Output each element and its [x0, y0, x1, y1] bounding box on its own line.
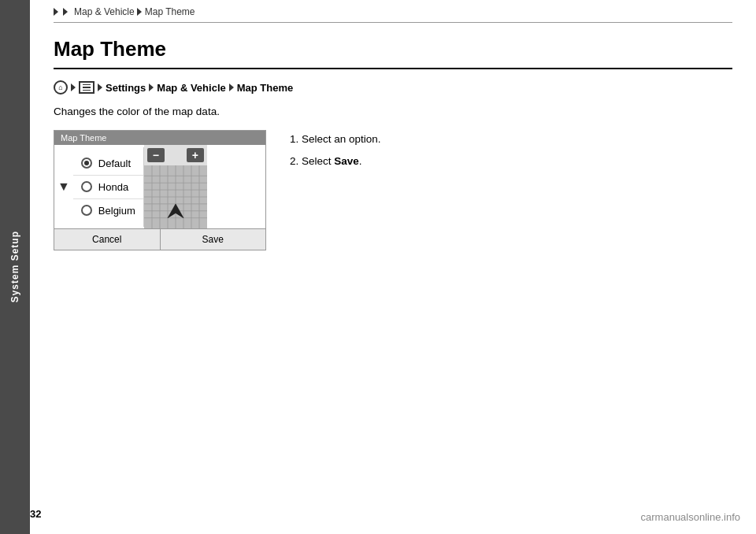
- nav-settings: Settings: [106, 82, 146, 94]
- description: Changes the color of the map data.: [54, 106, 732, 117]
- map-theme-titlebar: Map Theme: [54, 131, 265, 145]
- menu-line-2: [83, 87, 91, 88]
- scroll-down-icon: ▼: [57, 180, 70, 193]
- option-default-label: Default: [98, 158, 131, 169]
- content-layout: Map Theme ▼ Default: [54, 130, 732, 250]
- nav-line: ⌂ Settings Map & Vehicle Map Theme: [54, 80, 732, 95]
- instructions: 1. Select an option. 2. Select Save.: [290, 130, 381, 175]
- map-controls: − +: [144, 145, 207, 165]
- map-theme-buttons: Cancel Save: [54, 228, 265, 250]
- breadcrumb-map-vehicle: Map & Vehicle: [74, 6, 135, 17]
- radio-default: [81, 158, 92, 169]
- cancel-button[interactable]: Cancel: [54, 229, 161, 250]
- breadcrumb-arrow-1: [54, 8, 58, 16]
- breadcrumb-double-arrows: [54, 8, 71, 16]
- radio-belgium: [81, 205, 92, 216]
- map-theme-box: Map Theme ▼ Default: [54, 130, 266, 250]
- menu-line-1: [83, 84, 91, 86]
- menu-lines: [83, 84, 91, 91]
- radio-honda: [81, 181, 92, 192]
- breadcrumb: Map & Vehicle Map Theme: [54, 0, 732, 23]
- map-options-panel: Default Honda Belgium: [73, 147, 144, 227]
- menu-icon: [79, 81, 94, 94]
- nav-arrow-4: [229, 83, 234, 91]
- zoom-plus-button[interactable]: +: [187, 148, 204, 162]
- option-honda[interactable]: Honda: [73, 176, 143, 199]
- nav-arrow-3: [149, 83, 154, 91]
- step-2: 2. Select Save.: [290, 152, 381, 171]
- breadcrumb-map-theme: Map Theme: [145, 6, 195, 17]
- down-arrow-container: ▼: [54, 180, 73, 194]
- watermark: carmanualsonline.info: [641, 511, 740, 523]
- map-theme-body: ▼ Default Honda: [54, 145, 265, 228]
- main-content: Map & Vehicle Map Theme Map Theme ⌂ Sett…: [30, 0, 756, 534]
- map-preview-image: [144, 165, 207, 228]
- save-button[interactable]: Save: [161, 229, 266, 250]
- option-belgium-label: Belgium: [98, 205, 135, 217]
- nav-arrow-1: [71, 83, 76, 91]
- breadcrumb-separator: [137, 8, 142, 16]
- map-grid-svg: [144, 165, 207, 228]
- page-title: Map Theme: [54, 37, 732, 69]
- sidebar-label: System Setup: [9, 231, 20, 302]
- breadcrumb-arrow-2: [63, 8, 68, 16]
- zoom-minus-button[interactable]: −: [147, 148, 165, 162]
- nav-map-theme: Map Theme: [237, 82, 294, 94]
- step-2-prefix: 2. Select: [290, 155, 334, 167]
- home-icon: ⌂: [54, 80, 68, 95]
- page-number: 32: [30, 508, 41, 520]
- sidebar: System Setup: [0, 0, 30, 534]
- step-2-bold: Save: [334, 155, 359, 167]
- options-section: ▼ Default Honda: [54, 145, 144, 228]
- step-1: 1. Select an option.: [290, 130, 381, 149]
- option-honda-label: Honda: [98, 181, 128, 193]
- option-default[interactable]: Default: [73, 152, 143, 176]
- map-preview: − +: [144, 145, 207, 228]
- step-2-suffix: .: [359, 155, 362, 167]
- menu-line-3: [83, 90, 91, 91]
- option-belgium[interactable]: Belgium: [73, 199, 143, 222]
- nav-arrow-2: [98, 83, 102, 91]
- nav-map-vehicle: Map & Vehicle: [157, 82, 225, 94]
